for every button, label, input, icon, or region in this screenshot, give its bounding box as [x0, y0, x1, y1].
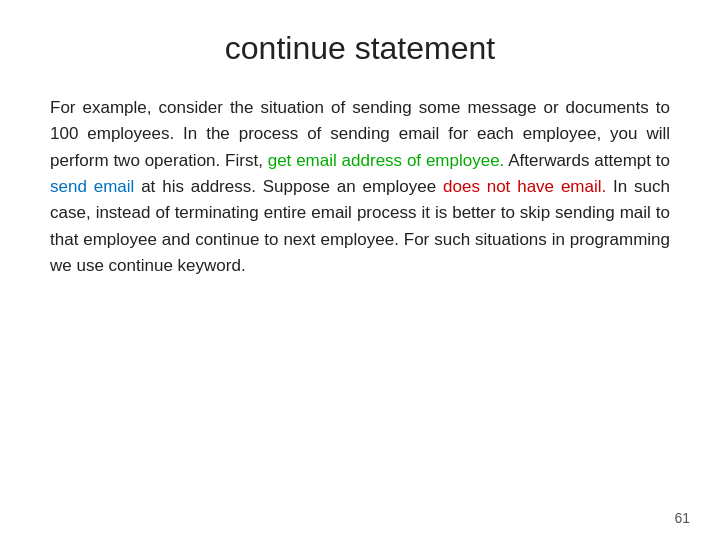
text-green-highlight: get email address of employee. — [268, 151, 505, 170]
text-blue-highlight: send email — [50, 177, 134, 196]
text-after-blue: at his address. Suppose an employee — [134, 177, 443, 196]
slide-title: continue statement — [50, 30, 670, 67]
text-red-highlight: does not have email. — [443, 177, 606, 196]
text-after-green: Afterwards attempt to — [504, 151, 670, 170]
body-paragraph: For example, consider the situation of s… — [50, 95, 670, 279]
page-number: 61 — [674, 510, 690, 526]
slide: continue statement For example, consider… — [0, 0, 720, 540]
